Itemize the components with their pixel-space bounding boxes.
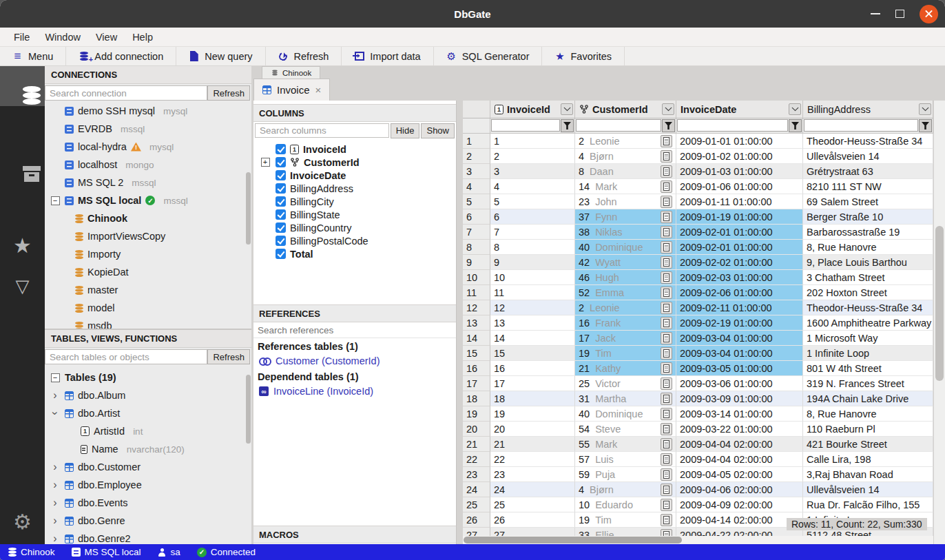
cell-invoicedate[interactable]: 2009-01-19 01:00:00	[676, 209, 803, 225]
cell-billingaddress[interactable]: Berger Straße 10	[803, 209, 933, 225]
cell-invoiceid[interactable]: 21	[490, 437, 575, 452]
cell-billingaddress[interactable]: 3 Chatham Street	[803, 270, 933, 285]
toolbar-button-import-data[interactable]: Import data	[342, 47, 433, 65]
chevron-down-icon[interactable]: ›	[50, 411, 60, 415]
connection-item[interactable]: Chinook	[45, 209, 251, 227]
connection-item[interactable]: ImportViewsCopy	[45, 227, 251, 245]
cell-billingaddress[interactable]: 69 Salem Street	[803, 194, 933, 209]
document-icon[interactable]	[661, 499, 672, 511]
grid-horizontal-scrollbar[interactable]	[463, 536, 933, 544]
filter-input-billingaddress[interactable]	[804, 119, 918, 132]
cell-customerid[interactable]: 8Daan	[575, 164, 676, 179]
cell-billingaddress[interactable]: 1600 Amphitheatre Parkway	[803, 315, 933, 331]
rail-item-databases[interactable]	[0, 66, 45, 106]
row-number-cell[interactable]: 12	[463, 300, 490, 315]
connection-item[interactable]: KopieDat	[45, 263, 251, 281]
tree-item[interactable]: ›dbo.Employee	[45, 476, 251, 494]
checkbox-checked-icon[interactable]	[276, 196, 286, 207]
tab-group-chinook[interactable]: Chinook	[262, 66, 320, 79]
column-menu-button[interactable]	[561, 103, 573, 115]
rail-item-plugins[interactable]	[0, 186, 45, 226]
row-number-cell[interactable]: 25	[463, 497, 490, 512]
cell-customerid[interactable]: 31Martha	[575, 391, 676, 406]
document-icon[interactable]	[661, 211, 672, 223]
column-checkbox-row[interactable]: BillingCountry	[253, 221, 456, 234]
row-number-cell[interactable]: 4	[463, 179, 490, 194]
rail-item-favorites[interactable]: ★	[0, 226, 45, 266]
document-icon[interactable]	[661, 514, 672, 526]
cell-customerid[interactable]: 25Victor	[575, 376, 676, 391]
menu-item-help[interactable]: Help	[125, 30, 160, 45]
search-connection-input[interactable]	[45, 85, 207, 101]
cell-billingaddress[interactable]: Ullevålsveien 14	[803, 149, 933, 164]
connection-item[interactable]: msdb	[45, 317, 251, 329]
document-icon[interactable]	[661, 468, 672, 481]
filter-button[interactable]	[789, 119, 802, 132]
cell-invoiceid[interactable]: 15	[490, 346, 575, 361]
cell-invoiceid[interactable]: 11	[490, 285, 575, 300]
connection-item[interactable]: localhostmongo	[45, 156, 251, 174]
cell-customerid[interactable]: 54Steve	[575, 422, 676, 437]
chevron-right-icon[interactable]: ›	[53, 391, 56, 400]
chevron-right-icon[interactable]: ›	[53, 534, 56, 543]
cell-invoiceid[interactable]: 4	[490, 179, 575, 194]
collapse-icon[interactable]: −	[51, 196, 60, 205]
column-checkbox-row[interactable]: +CustomerId	[253, 156, 456, 169]
cell-invoiceid[interactable]: 25	[490, 497, 575, 512]
document-icon[interactable]	[661, 302, 672, 314]
toolbar-button-refresh[interactable]: Refresh	[266, 47, 342, 65]
search-tables-input[interactable]	[45, 349, 207, 364]
cell-customerid[interactable]: 2Leonie	[575, 134, 676, 149]
row-number-cell[interactable]: 17	[463, 376, 490, 391]
cell-billingaddress[interactable]: Theodor-Heuss-Straße 34	[803, 134, 933, 149]
checkbox-checked-icon[interactable]	[276, 144, 286, 154]
cell-invoiceid[interactable]: 19	[490, 406, 575, 422]
filter-button[interactable]	[919, 119, 932, 132]
cell-invoicedate[interactable]: 2009-02-11 01:00:00	[676, 300, 803, 315]
cell-invoicedate[interactable]: 2009-02-01 01:00:00	[676, 225, 803, 240]
cell-invoicedate[interactable]: 2009-03-04 01:00:00	[676, 346, 803, 361]
cell-billingaddress[interactable]: Calle Lira, 198	[803, 452, 933, 467]
cell-invoicedate[interactable]: 2009-04-04 02:00:00	[676, 437, 803, 452]
cell-invoicedate[interactable]: 2009-01-01 01:00:00	[676, 134, 803, 149]
tree-item[interactable]: −Tables (19)	[45, 369, 251, 386]
rail-item-files[interactable]	[0, 106, 45, 146]
grid-vertical-scrollbar[interactable]	[933, 101, 945, 544]
reference-link[interactable]: Customer (CustomerId)	[253, 353, 456, 369]
cell-invoicedate[interactable]: 2009-04-06 02:00:00	[676, 482, 803, 497]
toolbar-button-favorites[interactable]: ★Favorites	[542, 47, 625, 65]
connection-item[interactable]: master	[45, 281, 251, 299]
menu-item-window[interactable]: Window	[38, 30, 87, 45]
cell-invoiceid[interactable]: 13	[490, 315, 575, 331]
cell-customerid[interactable]: 19Tim	[575, 512, 676, 528]
cell-billingaddress[interactable]: 8, Rue Hanovre	[803, 240, 933, 255]
cell-invoiceid[interactable]: 8	[490, 240, 575, 255]
grid-hscroll-thumb[interactable]	[464, 537, 682, 543]
document-icon[interactable]	[661, 135, 672, 147]
cell-invoicedate[interactable]: 2009-01-03 01:00:00	[676, 164, 803, 179]
document-icon[interactable]	[661, 423, 672, 435]
cell-customerid[interactable]: 46Hugh	[575, 270, 676, 285]
document-icon[interactable]	[661, 287, 672, 299]
cell-invoiceid[interactable]: 1	[490, 134, 575, 149]
row-number-cell[interactable]: 7	[463, 225, 490, 240]
cell-invoicedate[interactable]: 2009-02-19 01:00:00	[676, 315, 803, 331]
row-number-cell[interactable]: 11	[463, 285, 490, 300]
document-icon[interactable]	[661, 180, 672, 193]
cell-invoiceid[interactable]: 23	[490, 467, 575, 482]
cell-invoicedate[interactable]: 2009-03-06 01:00:00	[676, 376, 803, 391]
row-number-cell[interactable]: 1	[463, 134, 490, 149]
toolbar-button-new-query[interactable]: New query	[176, 47, 265, 65]
cell-invoicedate[interactable]: 2009-03-22 01:00:00	[676, 422, 803, 437]
cell-invoiceid[interactable]: 6	[490, 209, 575, 225]
connection-item[interactable]: −MS SQL localmssql	[45, 191, 251, 209]
cell-customerid[interactable]: 52Emma	[575, 285, 676, 300]
tables-refresh-button[interactable]: Refresh	[207, 349, 250, 364]
cell-customerid[interactable]: 19Tim	[575, 346, 676, 361]
checkbox-checked-icon[interactable]	[276, 209, 286, 220]
document-icon[interactable]	[661, 362, 672, 375]
row-number-cell[interactable]: 6	[463, 209, 490, 225]
rail-item-filter[interactable]: ▽	[0, 266, 45, 306]
cell-billingaddress[interactable]: 8, Rue Hanovre	[803, 406, 933, 422]
connections-refresh-button[interactable]: Refresh	[207, 85, 250, 101]
